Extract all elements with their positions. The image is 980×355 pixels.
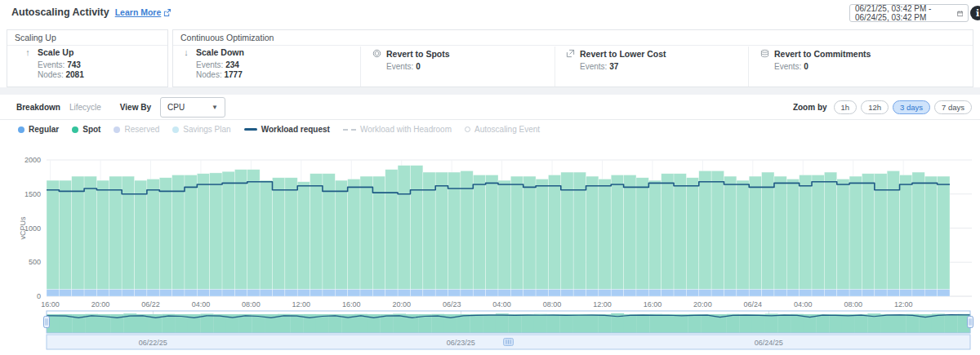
- stat-events: Events: 37: [580, 62, 666, 71]
- stat-events: Events: 0: [774, 62, 871, 71]
- legend-regular[interactable]: Regular: [18, 125, 59, 134]
- divider: [555, 47, 555, 87]
- legend-savings-plan[interactable]: Savings Plan: [172, 125, 230, 134]
- stat-label: Scale Up: [38, 47, 84, 58]
- chevron-down-icon: ▼: [212, 104, 218, 111]
- stat-label: Revert to Commitments: [774, 49, 871, 60]
- legend-workload-headroom[interactable]: Workload with Headroom: [343, 125, 452, 134]
- stat-revert-to-spots: Revert to Spots Events: 0: [372, 49, 450, 71]
- tab-lifecycle[interactable]: Lifecycle: [69, 103, 101, 112]
- zoom-by-controls: Zoom by 1h 12h 3 days 7 days: [793, 95, 972, 119]
- divider: [360, 47, 361, 87]
- scaling-up-group-title: Scaling Up: [7, 30, 167, 46]
- continuous-optimization-group-title: Continuous Optimization: [173, 30, 973, 46]
- svg-text:20:00: 20:00: [91, 300, 110, 308]
- svg-text:08:00: 08:00: [543, 300, 562, 308]
- page-title: Autoscaling Activity: [11, 7, 109, 18]
- svg-text:06/22/25: 06/22/25: [139, 339, 167, 347]
- chart-legend: Regular Spot Reserved Savings Plan Workl…: [18, 125, 540, 134]
- external-link-icon: [163, 9, 171, 16]
- legend-label: Workload request: [261, 125, 330, 134]
- svg-text:12:00: 12:00: [894, 300, 913, 308]
- svg-text:2000: 2000: [24, 156, 41, 164]
- learn-more-label: Learn More: [115, 7, 162, 17]
- svg-text:06/23/25: 06/23/25: [447, 339, 475, 347]
- zoom-pill-7days[interactable]: 7 days: [934, 100, 972, 114]
- divider: [748, 47, 749, 87]
- svg-text:06/24/25: 06/24/25: [755, 339, 783, 347]
- legend-label: Reserved: [124, 125, 159, 134]
- navigator-chart[interactable]: 06/22/2506/23/2506/24/25: [0, 308, 980, 355]
- spot-cube-icon: [372, 49, 381, 71]
- legend-workload-request[interactable]: Workload request: [244, 125, 330, 134]
- svg-text:06/22: 06/22: [141, 300, 160, 308]
- legend-label: Autoscaling Event: [474, 125, 540, 134]
- reserved-swatch: [114, 126, 120, 133]
- legend-label: Spot: [82, 125, 100, 134]
- svg-text:1500: 1500: [24, 190, 41, 198]
- chart-controls: Breakdown Lifecycle View By CPU ▼: [16, 95, 225, 119]
- legend-autoscaling-event[interactable]: Autoscaling Event: [465, 125, 540, 134]
- stat-events: Events: 234: [196, 60, 244, 69]
- stat-revert-to-lower-cost: Revert to Lower Cost Events: 37: [565, 49, 666, 71]
- svg-text:06/23: 06/23: [443, 300, 461, 308]
- main-area-chart[interactable]: 050010001500200016:0020:0006/2204:0008:0…: [0, 145, 980, 308]
- stat-label: Revert to Lower Cost: [580, 49, 666, 60]
- arrow-up-icon: ↑: [23, 47, 33, 79]
- stat-scale-down: ↓ Scale Down Events: 234 Nodes: 1777: [181, 47, 244, 79]
- zoom-by-label: Zoom by: [793, 103, 827, 112]
- stat-label: Scale Down: [196, 47, 244, 58]
- spot-swatch: [72, 126, 78, 133]
- savings-plan-swatch: [172, 126, 179, 133]
- svg-text:16:00: 16:00: [41, 300, 60, 308]
- arrow-down-icon: ↓: [181, 47, 191, 79]
- svg-text:16:00: 16:00: [342, 300, 361, 308]
- svg-text:08:00: 08:00: [844, 300, 862, 308]
- section-separator: [0, 87, 980, 95]
- regular-swatch: [18, 126, 24, 133]
- svg-text:0: 0: [37, 292, 41, 300]
- learn-more-link[interactable]: Learn More: [115, 7, 172, 17]
- tab-breakdown[interactable]: Breakdown: [16, 103, 60, 112]
- zoom-pill-12h[interactable]: 12h: [861, 100, 889, 114]
- svg-text:vCPUs: vCPUs: [19, 216, 27, 240]
- calendar-icon: [957, 9, 963, 18]
- svg-text:12:00: 12:00: [292, 300, 311, 308]
- date-range-picker[interactable]: 06/21/25, 03:42 PM - 06/24/25, 03:42 PM: [849, 4, 969, 22]
- svg-text:20:00: 20:00: [392, 300, 411, 308]
- legend-label: Workload with Headroom: [360, 125, 452, 134]
- svg-text:06/24: 06/24: [744, 300, 763, 308]
- svg-text:08:00: 08:00: [242, 300, 261, 308]
- zoom-pill-3days[interactable]: 3 days: [893, 100, 930, 114]
- view-by-select[interactable]: CPU ▼: [160, 97, 225, 118]
- view-by-value: CPU: [167, 103, 185, 112]
- stat-nodes: Nodes: 1777: [196, 70, 244, 79]
- view-by-label: View By: [120, 103, 151, 112]
- autoscaling-event-swatch: [465, 126, 470, 132]
- legend-label: Savings Plan: [183, 125, 230, 134]
- stat-scale-up: ↑ Scale Up Events: 743 Nodes: 2081: [23, 47, 84, 79]
- divider: [0, 119, 980, 120]
- stat-revert-to-commitments: Revert to Commitments Events: 0: [760, 49, 871, 71]
- stat-events: Events: 0: [386, 62, 450, 71]
- arrow-diagonal-icon: [565, 49, 575, 71]
- svg-text:16:00: 16:00: [644, 300, 662, 308]
- legend-reserved[interactable]: Reserved: [114, 125, 159, 134]
- svg-text:500: 500: [29, 258, 41, 266]
- workload-request-swatch: [244, 128, 257, 131]
- zoom-pill-1h[interactable]: 1h: [834, 100, 858, 114]
- svg-text:12:00: 12:00: [593, 300, 612, 308]
- stat-label: Revert to Spots: [386, 49, 450, 60]
- svg-text:20:00: 20:00: [693, 300, 712, 308]
- legend-spot[interactable]: Spot: [72, 125, 100, 134]
- top-bar: Autoscaling Activity Learn More 06/21/25…: [0, 0, 980, 26]
- stat-nodes: Nodes: 2081: [38, 70, 84, 79]
- legend-label: Regular: [29, 125, 59, 134]
- svg-text:04:00: 04:00: [492, 300, 511, 308]
- autoscaling-activity-page: Autoscaling Activity Learn More 06/21/25…: [0, 0, 980, 355]
- svg-text:04:00: 04:00: [794, 300, 813, 308]
- workload-headroom-swatch: [343, 129, 356, 131]
- stat-events: Events: 743: [38, 60, 84, 69]
- info-icon[interactable]: i: [970, 6, 980, 20]
- date-range-value: 06/21/25, 03:42 PM - 06/24/25, 03:42 PM: [855, 4, 957, 22]
